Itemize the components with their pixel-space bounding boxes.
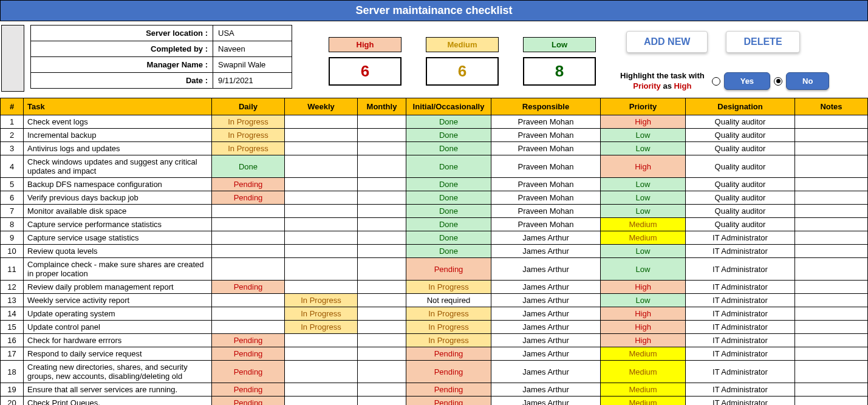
row-task[interactable]: Review quota levels xyxy=(24,245,212,258)
row-responsible[interactable]: James Arthur xyxy=(491,361,601,383)
table-row[interactable]: 19Ensure that all server services are ru… xyxy=(1,383,868,396)
row-notes[interactable] xyxy=(795,361,868,383)
row-notes[interactable] xyxy=(795,383,868,396)
row-monthly[interactable] xyxy=(358,205,406,218)
row-priority[interactable]: High xyxy=(601,321,686,334)
row-designation[interactable]: Quality auditor xyxy=(686,115,795,129)
row-priority[interactable]: Low xyxy=(601,294,686,307)
row-daily[interactable] xyxy=(212,321,285,334)
row-priority[interactable]: Medium xyxy=(601,347,686,361)
row-responsible[interactable]: Praveen Mohan xyxy=(491,205,601,218)
table-row[interactable]: 11Complaince check - make sure shares ar… xyxy=(1,258,868,281)
row-responsible[interactable]: Praveen Mohan xyxy=(491,218,601,231)
row-daily[interactable] xyxy=(212,307,285,321)
table-row[interactable]: 5Backup DFS namespace configurationPendi… xyxy=(1,178,868,191)
row-occasional[interactable]: Pending xyxy=(406,258,491,281)
row-weekly[interactable] xyxy=(285,245,358,258)
row-weekly[interactable] xyxy=(285,281,358,294)
row-monthly[interactable] xyxy=(358,347,406,361)
row-monthly[interactable] xyxy=(358,334,406,347)
row-responsible[interactable]: James Arthur xyxy=(491,396,601,406)
row-monthly[interactable] xyxy=(358,307,406,321)
row-occasional[interactable]: Done xyxy=(406,231,491,245)
server-location-value[interactable]: USA xyxy=(213,26,292,41)
row-responsible[interactable]: James Arthur xyxy=(491,245,601,258)
row-notes[interactable] xyxy=(795,142,868,155)
row-notes[interactable] xyxy=(795,281,868,294)
row-responsible[interactable]: James Arthur xyxy=(491,347,601,361)
row-notes[interactable] xyxy=(795,334,868,347)
row-priority[interactable]: Low xyxy=(601,129,686,142)
row-responsible[interactable]: Praveen Mohan xyxy=(491,142,601,155)
row-occasional[interactable]: Pending xyxy=(406,347,491,361)
row-task[interactable]: Antivirus logs and updates xyxy=(24,142,212,155)
row-task[interactable]: Monitor available disk space xyxy=(24,205,212,218)
row-occasional[interactable]: Done xyxy=(406,245,491,258)
row-priority[interactable]: Low xyxy=(601,245,686,258)
row-daily[interactable]: Pending xyxy=(212,361,285,383)
row-notes[interactable] xyxy=(795,245,868,258)
row-designation[interactable]: IT Administrator xyxy=(686,307,795,321)
row-priority[interactable]: High xyxy=(601,307,686,321)
row-notes[interactable] xyxy=(795,294,868,307)
row-monthly[interactable] xyxy=(358,258,406,281)
row-monthly[interactable] xyxy=(358,396,406,406)
row-monthly[interactable] xyxy=(358,281,406,294)
row-notes[interactable] xyxy=(795,115,868,129)
row-monthly[interactable] xyxy=(358,178,406,191)
row-priority[interactable]: High xyxy=(601,115,686,129)
row-daily[interactable] xyxy=(212,294,285,307)
row-daily[interactable]: In Progress xyxy=(212,129,285,142)
row-occasional[interactable]: In Progress xyxy=(406,334,491,347)
row-responsible[interactable]: Praveen Mohan xyxy=(491,129,601,142)
table-row[interactable]: 14Update operating systemIn ProgressIn P… xyxy=(1,307,868,321)
table-row[interactable]: 1Check event logsIn ProgressDonePraveen … xyxy=(1,115,868,129)
row-occasional[interactable]: In Progress xyxy=(406,321,491,334)
row-monthly[interactable] xyxy=(358,191,406,205)
row-daily[interactable] xyxy=(212,245,285,258)
table-row[interactable]: 18Creating new directories, shares, and … xyxy=(1,361,868,383)
date-value[interactable]: 9/11/2021 xyxy=(213,73,292,89)
row-daily[interactable]: In Progress xyxy=(212,142,285,155)
row-monthly[interactable] xyxy=(358,361,406,383)
table-row[interactable]: 16Check for hardware errrorsPendingIn Pr… xyxy=(1,334,868,347)
row-responsible[interactable]: Praveen Mohan xyxy=(491,155,601,178)
row-occasional[interactable]: Done xyxy=(406,178,491,191)
table-row[interactable]: 4Check windows updates and suggest any c… xyxy=(1,155,868,178)
table-row[interactable]: 13Weekly service activity reportIn Progr… xyxy=(1,294,868,307)
row-responsible[interactable]: James Arthur xyxy=(491,258,601,281)
row-designation[interactable]: IT Administrator xyxy=(686,396,795,406)
row-responsible[interactable]: James Arthur xyxy=(491,294,601,307)
radio-no[interactable] xyxy=(774,77,782,86)
row-notes[interactable] xyxy=(795,347,868,361)
row-weekly[interactable] xyxy=(285,218,358,231)
row-weekly[interactable]: In Progress xyxy=(285,294,358,307)
row-weekly[interactable] xyxy=(285,142,358,155)
row-designation[interactable]: IT Administrator xyxy=(686,281,795,294)
row-notes[interactable] xyxy=(795,231,868,245)
table-row[interactable]: 6Verify previous days backup jobPendingD… xyxy=(1,191,868,205)
row-responsible[interactable]: James Arthur xyxy=(491,281,601,294)
row-designation[interactable]: Quality auditor xyxy=(686,142,795,155)
row-notes[interactable] xyxy=(795,205,868,218)
row-responsible[interactable]: James Arthur xyxy=(491,231,601,245)
table-row[interactable]: 10Review quota levelsDoneJames ArthurLow… xyxy=(1,245,868,258)
row-daily[interactable]: Pending xyxy=(212,334,285,347)
row-priority[interactable]: Low xyxy=(601,142,686,155)
completed-by-value[interactable]: Naveen xyxy=(213,41,292,57)
row-designation[interactable]: Quality auditor xyxy=(686,205,795,218)
row-occasional[interactable]: Done xyxy=(406,155,491,178)
row-task[interactable]: Update control panel xyxy=(24,321,212,334)
row-notes[interactable] xyxy=(795,191,868,205)
row-occasional[interactable]: Done xyxy=(406,115,491,129)
row-notes[interactable] xyxy=(795,307,868,321)
row-task[interactable]: Check Print Queues. xyxy=(24,396,212,406)
row-occasional[interactable]: Done xyxy=(406,218,491,231)
row-weekly[interactable] xyxy=(285,361,358,383)
row-responsible[interactable]: Praveen Mohan xyxy=(491,178,601,191)
row-designation[interactable]: IT Administrator xyxy=(686,347,795,361)
row-weekly[interactable] xyxy=(285,205,358,218)
row-daily[interactable]: Pending xyxy=(212,281,285,294)
row-responsible[interactable]: James Arthur xyxy=(491,383,601,396)
row-daily[interactable]: Pending xyxy=(212,191,285,205)
